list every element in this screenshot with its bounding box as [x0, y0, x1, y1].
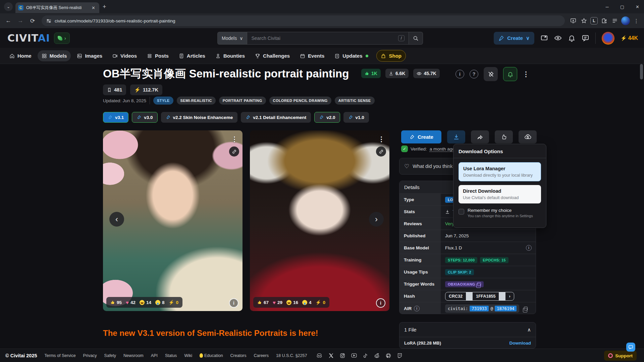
gallery-image-2[interactable]: ⋮ 67 ♥ 29 16 4 ⚡ 0 i [250, 130, 389, 311]
window-close-button[interactable]: ✕ [636, 4, 639, 9]
tag-colored-pencil-drawing[interactable]: COLORED PENCIL DRAWING [269, 97, 331, 105]
tiktok-icon[interactable] [363, 353, 368, 358]
like-button[interactable] [495, 130, 513, 143]
share-button[interactable] [471, 130, 489, 143]
footer-link-wiki[interactable]: Wiki [184, 353, 192, 358]
notifications-bell-icon[interactable] [568, 34, 576, 42]
new-tab-button[interactable]: + [103, 3, 106, 10]
help-circle-icon[interactable]: ? [470, 70, 478, 78]
civitai-logo[interactable]: CIVITAI [7, 32, 50, 44]
reaction-like[interactable]: 95 [110, 300, 122, 305]
browser-menu-icon[interactable]: ⋮ [632, 16, 641, 25]
tag-semi-realistic[interactable]: SEMI-REALISTIC [177, 97, 216, 105]
browser-tab[interactable]: C OB半写实肖像画 Semi-realisti ✕ [15, 2, 99, 13]
image-menu-kebab-icon[interactable]: ⋮ [378, 135, 385, 143]
install-app-icon[interactable] [569, 16, 578, 25]
version-v3-0-button[interactable]: v3.0 [132, 112, 157, 123]
version-v2-2-button[interactable]: v2.2 Skin Noise Enhanceme [161, 112, 238, 123]
copy-icon[interactable] [477, 282, 481, 286]
reading-list-icon[interactable] [610, 16, 619, 25]
version-v2-1-button[interactable]: v2.1 Detail Enhancement [241, 112, 311, 123]
tab-close-icon[interactable]: ✕ [90, 5, 97, 11]
version-v1-0-button[interactable]: v1.0 [343, 112, 369, 123]
reaction-heart[interactable]: ♥ 29 [273, 300, 282, 305]
reaction-laugh[interactable]: 14 [140, 300, 151, 305]
supporter-badge[interactable]: › [54, 33, 70, 44]
address-bar[interactable]: civitai.com/models/731933/ob-semi-realis… [42, 15, 565, 26]
search-input[interactable]: Search Civitai / [247, 32, 409, 45]
discord-icon[interactable] [316, 353, 322, 358]
info-circle-icon[interactable]: i [526, 245, 532, 251]
support-button[interactable]: Support [604, 351, 637, 361]
reaction-bar[interactable]: 95 ♥ 42 14 8 ⚡ 0 [106, 297, 182, 308]
reload-button[interactable]: ⟳ [28, 16, 38, 26]
search-category-select[interactable]: Models ∨ [217, 32, 247, 45]
footer-link-education[interactable]: Education [200, 353, 223, 358]
remember-checkbox[interactable] [459, 209, 464, 215]
header-create-button[interactable]: Create ∨ [494, 32, 534, 45]
footer-link-careers[interactable]: Careers [254, 353, 269, 358]
carousel-next-button[interactable]: › [369, 212, 384, 227]
air-identifier[interactable]: civitai: 731933 @ 1876194 [445, 304, 519, 313]
trigger-word-badge[interactable]: OBXIAOXIANG [445, 281, 484, 287]
extension-l-badge[interactable]: L [590, 17, 598, 24]
footer-link-2257[interactable]: 18 U.S.C. §2257 [276, 353, 307, 358]
reaction-laugh[interactable]: 16 [286, 300, 298, 305]
browser-profile-avatar[interactable] [621, 16, 630, 25]
direct-download-option[interactable]: Direct Download Use Civitai's default do… [459, 185, 541, 203]
footer-link-api[interactable]: API [151, 353, 158, 358]
bookmark-count[interactable]: 481 [103, 84, 126, 95]
footer-link-newsroom[interactable]: Newsroom [123, 353, 144, 358]
likes-badge[interactable]: 1K [361, 69, 381, 78]
browsing-level-eye-icon[interactable] [554, 34, 562, 42]
hash-pill[interactable]: CRC32 1FFA1855 › [445, 292, 514, 301]
info-circle-icon[interactable]: i [414, 306, 420, 311]
nav-item-bounties[interactable]: Bounties [211, 50, 249, 61]
chevron-right-icon[interactable]: › [505, 292, 514, 300]
nav-item-articles[interactable]: Articles [175, 50, 209, 61]
carousel-prev-button[interactable]: ‹ [109, 212, 124, 227]
generation-lock-button[interactable] [519, 130, 537, 143]
version-v3-1-button[interactable]: v3.1 [103, 112, 128, 123]
footer-link-privacy[interactable]: Privacy [83, 353, 97, 358]
youtube-icon[interactable] [351, 353, 357, 358]
site-settings-icon[interactable] [46, 18, 51, 23]
verified-time[interactable]: a month ago [430, 146, 455, 152]
nav-item-models[interactable]: Models [38, 50, 71, 61]
extensions-puzzle-icon[interactable] [600, 16, 608, 25]
buzz-balance[interactable]: ⚡ 44K [621, 35, 638, 41]
tag-style[interactable]: STYLE [153, 97, 173, 105]
collapse-chevron-icon[interactable]: ∧ [527, 327, 531, 333]
page-scrollbar-thumb[interactable] [640, 64, 643, 79]
x-twitter-icon[interactable] [328, 353, 334, 358]
window-maximize-button[interactable]: ▢ [620, 4, 624, 9]
file-download-link[interactable]: Download [509, 341, 531, 346]
image-link-icon[interactable] [229, 146, 239, 157]
nav-item-posts[interactable]: Posts [143, 50, 173, 61]
forward-button[interactable]: → [15, 16, 25, 26]
chat-messages-icon[interactable] [582, 34, 589, 42]
info-circle-icon[interactable]: i [455, 70, 464, 78]
use-lora-manager-option[interactable]: Use Lora Manager Download directly to yo… [459, 162, 541, 181]
nav-item-images[interactable]: Images [73, 50, 106, 61]
github-icon[interactable] [386, 353, 391, 358]
reviews-rating[interactable]: Very [445, 221, 454, 226]
tab-search-button[interactable]: ⌄ [4, 2, 13, 11]
footer-link-status[interactable]: Status [165, 353, 177, 358]
footer-link-safety[interactable]: Safety [104, 353, 116, 358]
screen-share-icon[interactable] [540, 34, 548, 42]
footer-link-terms[interactable]: Terms of Service [45, 353, 76, 358]
image-menu-kebab-icon[interactable]: ⋮ [231, 135, 238, 143]
nav-item-events[interactable]: Events [296, 50, 328, 61]
tag-portrait-painting[interactable]: PORTRAIT PAINTING [219, 97, 266, 105]
create-button[interactable]: Create [401, 130, 441, 143]
nav-item-shop[interactable]: Shop [376, 50, 406, 62]
reaction-cry[interactable]: 8 [155, 300, 165, 305]
notify-bell-button[interactable] [503, 67, 517, 81]
reaction-heart[interactable]: ♥ 42 [126, 300, 136, 305]
back-button[interactable]: ← [3, 16, 13, 26]
reaction-like[interactable]: 67 [257, 300, 269, 305]
reaction-bar[interactable]: 67 ♥ 29 16 4 ⚡ 0 [253, 297, 329, 308]
copy-icon[interactable] [524, 307, 528, 310]
hide-brush-button[interactable] [484, 67, 498, 81]
